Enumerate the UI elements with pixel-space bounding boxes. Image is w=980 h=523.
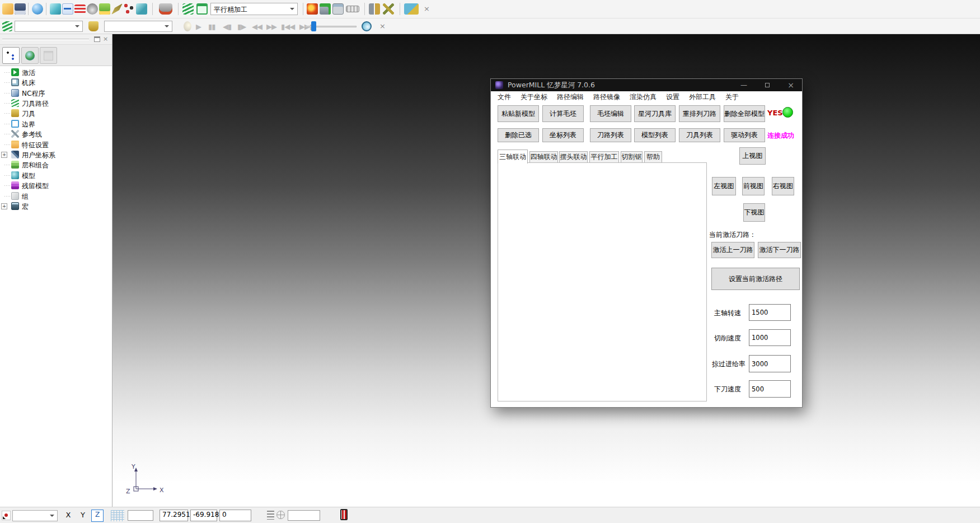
delete-all-models-button[interactable]: 删除全部模型 — [724, 105, 765, 122]
coordinate-z-field[interactable]: 0 — [219, 510, 251, 521]
simulation-time-icon[interactable] — [362, 21, 372, 31]
save-project-icon[interactable] — [15, 3, 26, 15]
tab-head[interactable]: 摆头联动 — [559, 151, 588, 163]
points-icon[interactable] — [124, 3, 135, 15]
dialog-titlebar[interactable]: PowerMILL 忆梦星河 7.0.6 — × — [491, 79, 802, 91]
boundary-icon[interactable] — [99, 3, 110, 15]
tree-item-toolpaths[interactable]: 刀具路径 — [0, 98, 112, 108]
axis-y-button[interactable]: Y — [77, 511, 88, 519]
workplane-compass-icon[interactable] — [276, 511, 285, 519]
view-front-button[interactable]: 前视图 — [742, 177, 765, 195]
menu-path-edit[interactable]: 路径编辑 — [557, 92, 584, 102]
tree-item-models[interactable]: 模型 — [0, 170, 112, 180]
toolpath-strategy-icon[interactable] — [62, 3, 73, 15]
plunge-feed-input[interactable] — [749, 380, 791, 398]
menu-path-mirror[interactable]: 路径镜像 — [593, 92, 620, 102]
tab-web[interactable] — [21, 47, 39, 64]
active-toolpath-icon[interactable] — [182, 3, 194, 15]
paste-model-button[interactable]: 粘贴新模型 — [498, 105, 539, 122]
compare-blocks-icon[interactable] — [404, 3, 419, 15]
model-list-button[interactable]: 模型列表 — [634, 128, 676, 142]
feedrate-icon[interactable] — [74, 4, 86, 13]
tab-explorer-tree[interactable] — [2, 47, 20, 64]
verify-tool-icon[interactable] — [320, 3, 331, 15]
panel-close-icon[interactable]: × — [103, 35, 108, 43]
highlight-icon[interactable] — [184, 21, 191, 31]
toolbar-close-icon[interactable]: × — [424, 4, 430, 13]
menu-about[interactable]: 关于 — [725, 92, 739, 102]
axis-z-button[interactable]: Z — [91, 510, 104, 522]
pattern-icon[interactable] — [111, 3, 123, 15]
maximize-icon[interactable] — [761, 81, 774, 90]
step-back-icon[interactable]: ◀▮ — [223, 22, 231, 31]
block-icon[interactable] — [50, 3, 61, 15]
toolpath-select[interactable]: 平行精加工 — [210, 3, 298, 15]
tree-item-macros[interactable]: +宏 — [0, 201, 112, 211]
simulation-toolpath-select[interactable] — [15, 21, 83, 32]
tree-item-workplanes[interactable]: +用户坐标系 — [0, 150, 112, 160]
skim-feed-input[interactable] — [749, 355, 791, 372]
delete-selected-button[interactable]: 删除已选 — [498, 128, 539, 142]
stock-model-icon[interactable] — [136, 3, 147, 15]
minimize-icon[interactable]: — — [737, 81, 751, 90]
calculator-icon[interactable] — [332, 3, 344, 15]
activate-next-button[interactable]: 激活下一刀路 — [758, 242, 801, 258]
simulation-speed-handle[interactable] — [311, 21, 316, 31]
fast-forward-icon[interactable]: ▶▶ — [266, 22, 276, 31]
step-forward-icon[interactable]: ▮▶ — [237, 22, 246, 31]
menu-coords[interactable]: 关于坐标 — [521, 92, 547, 102]
measure-icon[interactable] — [346, 6, 359, 12]
tree-item-stock-models[interactable]: 残留模型 — [0, 180, 112, 190]
statusbar-select[interactable] — [12, 510, 58, 521]
tab-4axis[interactable]: 四轴联动 — [529, 151, 558, 163]
tree-item-tools[interactable]: 刀具 — [0, 108, 112, 118]
collision-check-icon[interactable] — [307, 3, 318, 15]
tab-recycle[interactable] — [40, 47, 57, 64]
simulation-close-icon[interactable]: × — [379, 22, 386, 30]
tool-library-button[interactable]: 星河刀具库 — [634, 105, 676, 122]
coordinate-y-field[interactable]: -69.918 — [190, 510, 217, 521]
spindle-speed-input[interactable] — [749, 304, 791, 321]
block-edit-button[interactable]: 毛坯编辑 — [590, 105, 631, 122]
tab-saw[interactable]: 切割锯 — [621, 151, 643, 163]
tab-help[interactable]: 帮助 — [644, 151, 662, 163]
set-active-path-button[interactable]: 设置当前激活路径 — [711, 268, 800, 290]
go-to-start-icon[interactable]: ▮◀◀ — [281, 22, 294, 31]
tree-item-groups[interactable]: 组 — [0, 191, 112, 201]
tool-list-button[interactable]: 刀具列表 — [679, 128, 720, 142]
toolpath-list-button[interactable]: 刀路列表 — [590, 128, 631, 142]
coordinate-x-field[interactable]: 77.2951 — [160, 510, 188, 521]
shaded-view-icon[interactable] — [32, 3, 43, 15]
open-project-icon[interactable] — [2, 3, 13, 15]
close-icon[interactable]: × — [784, 81, 798, 90]
statusbar-field-2[interactable] — [288, 510, 320, 521]
drive-list-button[interactable]: 驱动列表 — [724, 128, 765, 142]
tree-item-active[interactable]: 激活 — [0, 67, 112, 77]
tree-item-nc-program[interactable]: NC程序 — [0, 88, 112, 98]
statusbar-field-1[interactable] — [128, 510, 153, 521]
tab-parallel[interactable]: 平行加工 — [589, 151, 619, 163]
float-panel-icon[interactable] — [94, 36, 100, 42]
view-left-button[interactable]: 左视图 — [712, 177, 736, 195]
split-toolpath-icon[interactable] — [383, 3, 394, 15]
panel-grip[interactable]: × — [0, 34, 112, 45]
rewind-icon[interactable]: ◀◀ — [252, 22, 262, 31]
menu-file[interactable]: 文件 — [498, 92, 511, 102]
rearrange-toolpath-button[interactable]: 重排列刀路 — [679, 105, 720, 122]
activate-prev-button[interactable]: 激活上一刀路 — [711, 242, 754, 258]
tree-item-patterns[interactable]: 参考线 — [0, 129, 112, 139]
coord-list-button[interactable]: 坐标列表 — [542, 128, 584, 142]
play-icon[interactable]: ▶ — [196, 22, 201, 31]
record-widget[interactable] — [2, 511, 11, 520]
view-top-button[interactable]: 上视图 — [739, 147, 766, 165]
expand-icon[interactable]: + — [1, 152, 7, 158]
tab-3axis[interactable]: 三轴联动 — [498, 150, 528, 164]
view-right-button[interactable]: 右视图 — [772, 177, 794, 195]
expand-icon[interactable]: + — [1, 203, 7, 209]
tree-item-levels-sets[interactable]: 层和组合 — [0, 160, 112, 170]
axis-x-button[interactable]: X — [63, 511, 74, 519]
tool-icon[interactable] — [87, 3, 98, 15]
menu-render-sim[interactable]: 渲染仿真 — [630, 92, 657, 102]
grid-snap-icon[interactable] — [111, 510, 124, 521]
view-bottom-button[interactable]: 下视图 — [743, 203, 765, 222]
